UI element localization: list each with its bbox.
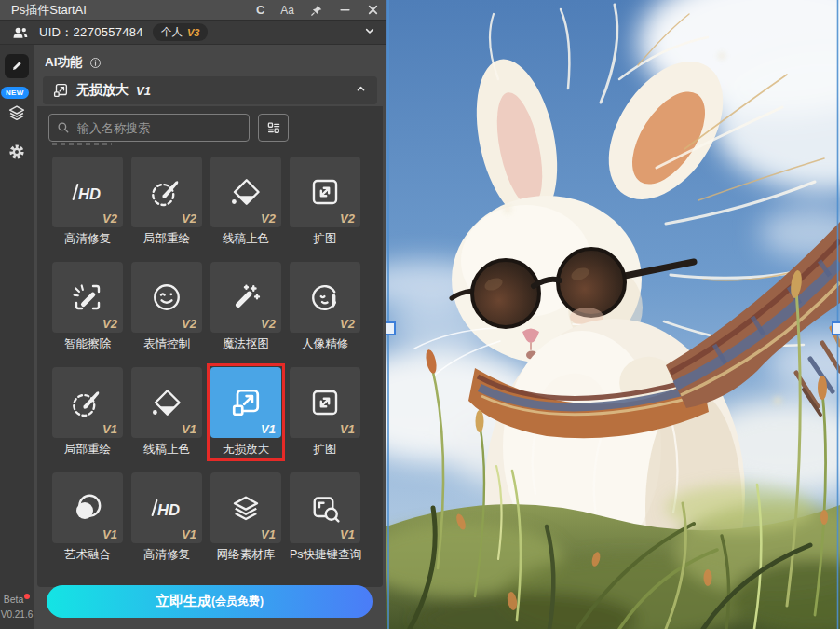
plan-type: 个人 (161, 25, 183, 39)
tile-version: V1 (102, 527, 117, 541)
dropdown-label: 无损放大 (76, 82, 129, 99)
chevron-down-icon[interactable] (362, 23, 377, 42)
tile-label: 无损放大 (210, 442, 281, 458)
sidebar-item-layers[interactable] (7, 103, 27, 127)
feature-tile[interactable]: V2 人像精修 (290, 262, 360, 352)
tile-label: 艺术融合 (52, 547, 123, 563)
section-header: AI功能 (45, 54, 102, 71)
feature-tile[interactable]: V1 网络素材库 (210, 472, 281, 563)
panel-content: AI功能 无损放大 V1 (34, 45, 386, 629)
minimize-icon[interactable] (339, 4, 351, 16)
view-toggle-button[interactable] (258, 114, 289, 142)
plugin-version: V0.21.6 (0, 609, 34, 620)
plan-badge: 个人 V3 (153, 23, 208, 41)
outpaint-icon (308, 175, 342, 209)
tile-label: 魔法抠图 (210, 336, 281, 352)
tile-version: V2 (102, 317, 117, 331)
material-library-icon (229, 491, 263, 525)
lineart-color-icon (150, 386, 183, 419)
font-size-icon[interactable]: Aa (280, 5, 294, 16)
window-title: Ps插件StartAI (11, 2, 87, 19)
feature-tile[interactable]: V2 线稿上色 (210, 157, 281, 247)
tile-version: V1 (182, 527, 196, 541)
tile-version: V1 (261, 422, 276, 436)
new-badge: NEW (1, 87, 29, 99)
refresh-icon[interactable]: C (256, 4, 264, 16)
lossless-upscale-icon (229, 386, 263, 419)
tile-version: V2 (182, 317, 196, 331)
shortcut-lookup-icon (308, 491, 342, 525)
generate-label: 立即生成 (156, 593, 211, 610)
feature-tile[interactable]: V1 局部重绘 (52, 367, 123, 458)
feature-tile[interactable]: V2 扩图 (290, 157, 360, 247)
dropdown-version: V1 (136, 84, 151, 98)
account-bar[interactable]: UID：2270557484 个人 V3 (0, 21, 386, 45)
lossless-upscale-icon (52, 82, 69, 99)
outpaint-icon (308, 386, 342, 419)
sidebar-item-settings[interactable] (7, 142, 27, 166)
feature-tile-selected[interactable]: V1 无损放大 (210, 367, 281, 458)
tile-version: V1 (182, 422, 196, 436)
feature-list-panel: HD V2 高清修复 V2 局部重绘 V2 线稿上色 (37, 106, 383, 587)
tile-version: V2 (261, 212, 276, 226)
tile-version: V1 (102, 422, 117, 436)
photoshop-canvas-image[interactable] (386, 0, 840, 629)
uid-text: UID：2270557484 (39, 24, 143, 41)
tile-label: 线稿上色 (210, 231, 281, 247)
titlebar: Ps插件StartAI C Aa (0, 0, 386, 21)
beta-label: Beta (0, 594, 34, 605)
info-icon[interactable] (88, 56, 102, 70)
close-icon[interactable] (367, 4, 379, 16)
clipped-section-label-artifact (52, 143, 112, 145)
feature-tile[interactable]: V2 表情控制 (131, 262, 202, 352)
expression-control-icon (150, 280, 183, 314)
feature-tile[interactable]: HD V2 高清修复 (52, 157, 123, 247)
beta-dot (24, 594, 30, 599)
tile-version: V2 (102, 212, 117, 226)
feature-grid: HD V2 高清修复 V2 局部重绘 V2 线稿上色 (52, 157, 373, 563)
feature-tile[interactable]: V1 线稿上色 (131, 367, 202, 458)
tile-version: V2 (261, 317, 276, 331)
tile-label: 智能擦除 (52, 336, 123, 352)
tile-label: 高清修复 (52, 231, 123, 247)
generate-button[interactable]: 立即生成 (会员免费) (47, 585, 373, 618)
user-group-icon (11, 23, 30, 42)
svg-text:HD: HD (157, 501, 180, 519)
gear-icon (7, 142, 27, 162)
magic-cutout-icon (229, 280, 263, 314)
plugin-panel: Ps插件StartAI C Aa UID：2270557484 (0, 0, 386, 629)
tool-sidebar: NEW Beta V0.21.6 (0, 45, 34, 629)
art-fusion-icon (71, 491, 104, 525)
tile-version: V1 (261, 527, 276, 541)
generate-sublabel: (会员免费) (211, 594, 264, 609)
app-window: Ps插件StartAI C Aa UID：2270557484 (0, 0, 840, 629)
layout-toggle-icon (265, 119, 282, 136)
feature-tile[interactable]: V1 Ps快捷键查询 (290, 472, 360, 563)
tile-version: V2 (182, 212, 196, 226)
feature-tile[interactable]: V2 局部重绘 (131, 157, 202, 247)
feature-tile[interactable]: V1 艺术融合 (52, 472, 123, 563)
smart-erase-icon (71, 280, 104, 314)
tile-label: 人像精修 (290, 336, 360, 352)
feature-dropdown[interactable]: 无损放大 V1 (43, 76, 377, 104)
chevron-up-icon[interactable] (354, 82, 368, 100)
feature-tile[interactable]: V2 智能擦除 (52, 262, 123, 352)
hd-repair-icon: HD (69, 180, 106, 204)
tile-label: 高清修复 (131, 547, 202, 563)
lineart-color-icon (229, 175, 263, 209)
tile-label: 局部重绘 (52, 442, 123, 458)
rabbit-artwork (386, 0, 840, 629)
tile-label: Ps快捷键查询 (290, 547, 360, 563)
search-input[interactable] (48, 114, 250, 142)
plan-version: V3 (187, 27, 199, 38)
feature-tile[interactable]: HD V1 高清修复 (131, 472, 202, 563)
inpaint-brush-icon (71, 386, 104, 419)
feature-tile[interactable]: V2 魔法抠图 (210, 262, 281, 352)
pin-icon[interactable] (310, 4, 323, 17)
tile-label: 扩图 (290, 231, 360, 247)
tile-version: V2 (340, 212, 355, 226)
pencil-icon (9, 59, 24, 74)
tile-version: V1 (340, 422, 355, 436)
sidebar-item-edit[interactable] (5, 54, 29, 78)
feature-tile[interactable]: V1 扩图 (290, 367, 360, 458)
